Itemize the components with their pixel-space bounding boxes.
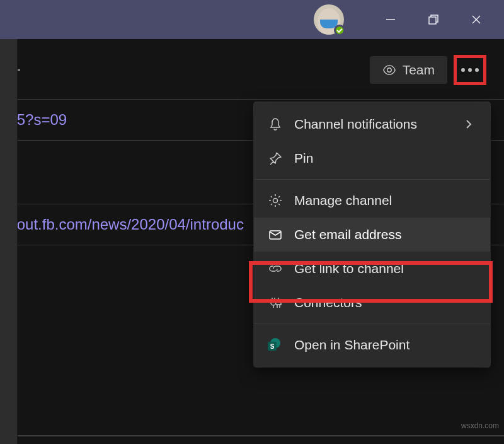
main-area: Team 345?s=09 about.fb.com/news/2020/04/… bbox=[0, 39, 504, 444]
channel-options-menu: Channel notifications Pin Manage channel… bbox=[254, 102, 490, 367]
message-link-2[interactable]: about.fb.com/news/2020/04/introduc bbox=[0, 216, 244, 233]
gear-icon bbox=[268, 193, 283, 208]
titlebar bbox=[0, 0, 504, 39]
user-avatar[interactable] bbox=[314, 4, 344, 35]
menu-pin[interactable]: Pin bbox=[254, 141, 490, 175]
link-icon bbox=[268, 261, 283, 276]
eye-icon bbox=[382, 63, 396, 77]
close-icon bbox=[471, 14, 482, 25]
connectors-icon bbox=[268, 295, 283, 310]
minimize-icon bbox=[385, 14, 396, 25]
menu-divider bbox=[254, 179, 490, 180]
maximize-icon bbox=[428, 14, 439, 25]
ellipsis-icon bbox=[461, 68, 479, 72]
watermark: wsxdn.com bbox=[461, 421, 499, 430]
channel-toolbar: Team bbox=[0, 39, 504, 99]
svg-point-8 bbox=[273, 199, 278, 203]
menu-channel-notifications[interactable]: Channel notifications bbox=[254, 107, 490, 141]
menu-get-email-address[interactable]: Get email address bbox=[254, 218, 490, 252]
svg-point-7 bbox=[387, 68, 391, 72]
menu-get-link[interactable]: Get link to channel bbox=[254, 252, 490, 286]
close-button[interactable] bbox=[455, 0, 498, 39]
team-label: Team bbox=[403, 62, 435, 78]
menu-label: Channel notifications bbox=[294, 117, 417, 132]
menu-label: Pin bbox=[294, 151, 313, 166]
left-rail bbox=[0, 39, 18, 444]
mail-icon bbox=[268, 227, 283, 242]
more-options-button[interactable] bbox=[454, 55, 486, 85]
pin-icon bbox=[268, 151, 283, 166]
chevron-right-icon bbox=[461, 117, 476, 132]
menu-open-sharepoint[interactable]: Open in SharePoint bbox=[254, 328, 490, 362]
minimize-button[interactable] bbox=[369, 0, 412, 39]
divider bbox=[0, 435, 504, 436]
menu-connectors[interactable]: Connectors bbox=[254, 286, 490, 320]
svg-rect-2 bbox=[429, 17, 436, 24]
menu-label: Connectors bbox=[294, 295, 362, 310]
team-visibility-button[interactable]: Team bbox=[370, 56, 447, 84]
menu-manage-channel[interactable]: Manage channel bbox=[254, 184, 490, 218]
menu-label: Get link to channel bbox=[294, 261, 404, 276]
sharepoint-icon bbox=[268, 337, 283, 353]
menu-divider bbox=[254, 324, 490, 324]
maximize-button[interactable] bbox=[412, 0, 455, 39]
menu-label: Open in SharePoint bbox=[294, 337, 410, 353]
menu-label: Manage channel bbox=[294, 193, 392, 208]
menu-label: Get email address bbox=[294, 227, 401, 242]
bell-icon bbox=[268, 117, 283, 132]
presence-available-icon bbox=[334, 25, 345, 36]
